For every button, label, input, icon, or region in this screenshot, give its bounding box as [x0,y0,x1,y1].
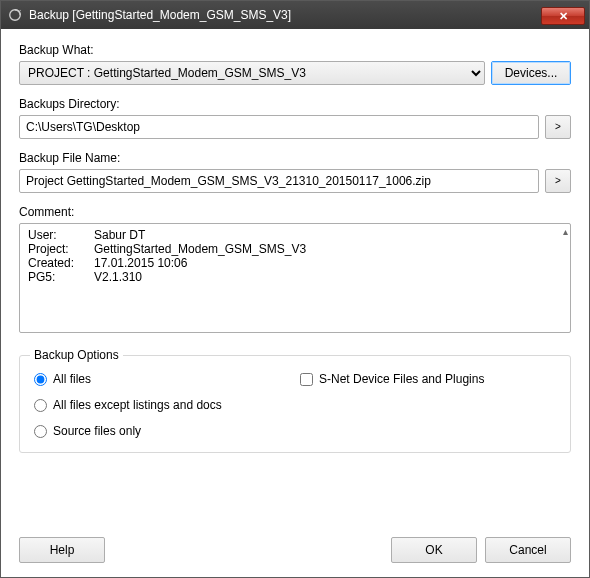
comment-label: Comment: [19,205,571,219]
comment-val: 17.01.2015 10:06 [92,256,308,270]
scroll-up-icon[interactable]: ▴ [563,226,568,237]
backup-what-select[interactable]: PROJECT : GettingStarted_Modem_GSM_SMS_V… [19,61,485,85]
backup-options-group: Backup Options All files S-Net Device Fi… [19,355,571,453]
comment-val: V2.1.310 [92,270,308,284]
comment-val: Sabur DT [92,228,308,242]
chevron-right-icon: > [555,122,561,132]
radio-source-only[interactable] [34,425,47,438]
backup-dialog: Backup [GettingStarted_Modem_GSM_SMS_V3]… [0,0,590,578]
backups-directory-input[interactable] [19,115,539,139]
dialog-content: Backup What: PROJECT : GettingStarted_Mo… [1,29,589,577]
option-all-files[interactable]: All files [34,372,290,386]
comment-key: User: [26,228,92,242]
cancel-button[interactable]: Cancel [485,537,571,563]
backup-options-legend: Backup Options [30,348,123,362]
browse-file-button[interactable]: > [545,169,571,193]
option-source-only[interactable]: Source files only [34,424,556,438]
comment-key: Project: [26,242,92,256]
comment-val: GettingStarted_Modem_GSM_SMS_V3 [92,242,308,256]
browse-directory-button[interactable]: > [545,115,571,139]
backup-what-label: Backup What: [19,43,571,57]
comment-textarea[interactable]: User:Sabur DT Project:GettingStarted_Mod… [19,223,571,333]
titlebar: Backup [GettingStarted_Modem_GSM_SMS_V3]… [1,1,589,29]
checkbox-snet[interactable] [300,373,313,386]
radio-all-files[interactable] [34,373,47,386]
window-title: Backup [GettingStarted_Modem_GSM_SMS_V3] [29,8,541,22]
backup-file-name-input[interactable] [19,169,539,193]
app-icon [7,7,23,23]
dialog-buttons: Help OK Cancel [19,521,571,563]
close-button[interactable]: ✕ [541,7,585,25]
radio-all-except[interactable] [34,399,47,412]
comment-key: PG5: [26,270,92,284]
backup-file-name-label: Backup File Name: [19,151,571,165]
ok-button[interactable]: OK [391,537,477,563]
backups-directory-label: Backups Directory: [19,97,571,111]
chevron-right-icon: > [555,176,561,186]
option-snet[interactable]: S-Net Device Files and Plugins [300,372,556,386]
comment-key: Created: [26,256,92,270]
help-button[interactable]: Help [19,537,105,563]
close-icon: ✕ [559,10,568,23]
option-all-except[interactable]: All files except listings and docs [34,398,556,412]
devices-button[interactable]: Devices... [491,61,571,85]
